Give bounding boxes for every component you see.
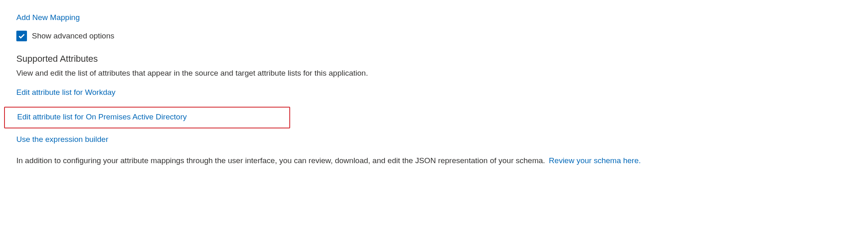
use-expression-builder-link[interactable]: Use the expression builder — [16, 134, 108, 145]
show-advanced-options-row: Show advanced options — [16, 31, 852, 42]
footer-description: In addition to configuring your attribut… — [16, 155, 852, 166]
show-advanced-options-checkbox[interactable] — [16, 31, 27, 41]
edit-attribute-list-onprem-ad-link[interactable]: Edit attribute list for On Premises Acti… — [17, 112, 187, 123]
review-schema-link[interactable]: Review your schema here. — [549, 155, 641, 166]
supported-attributes-heading: Supported Attributes — [16, 53, 852, 65]
highlighted-link-container: Edit attribute list for On Premises Acti… — [4, 107, 290, 128]
add-new-mapping-link[interactable]: Add New Mapping — [16, 12, 80, 23]
footer-text-prefix: In addition to configuring your attribut… — [16, 156, 545, 165]
edit-attribute-list-workday-link[interactable]: Edit attribute list for Workday — [16, 87, 116, 98]
supported-attributes-description: View and edit the list of attributes tha… — [16, 68, 852, 79]
show-advanced-options-label: Show advanced options — [32, 31, 114, 42]
checkmark-icon — [18, 32, 25, 40]
